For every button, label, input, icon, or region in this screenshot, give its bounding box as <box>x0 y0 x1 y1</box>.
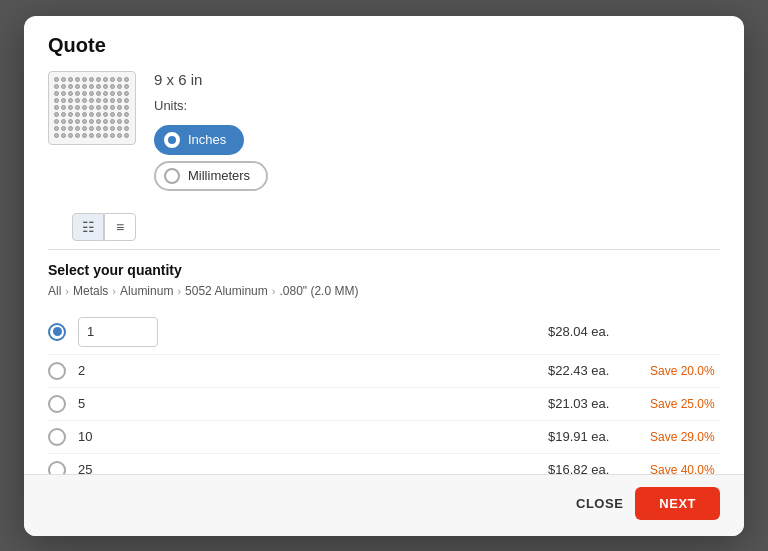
breadcrumb-sep-1: › <box>65 285 69 297</box>
breadcrumb: All › Metals › Aluminum › 5052 Aluminum … <box>48 284 720 298</box>
qty-number-2: 5 <box>78 396 118 411</box>
table-row: 5 $21.03 ea. Save 25.0% <box>48 388 720 421</box>
modal-header: Quote // Generate dots inline after body… <box>24 16 744 250</box>
qty-price-3: $19.91 ea. <box>548 429 638 444</box>
units-label: Units: <box>154 98 268 113</box>
mm-radio-circle <box>164 168 180 184</box>
product-info: // Generate dots inline after body loads… <box>48 71 720 191</box>
qty-price-1: $22.43 ea. <box>548 363 638 378</box>
qty-price-0: $28.04 ea. <box>548 324 638 339</box>
table-row: 10 $19.91 ea. Save 29.0% <box>48 421 720 454</box>
breadcrumb-thickness: .080" (2.0 MM) <box>279 284 358 298</box>
qty-price-4: $16.82 ea. <box>548 462 638 474</box>
qty-number-1: 2 <box>78 363 118 378</box>
modal-footer: CLOSE NEXT <box>24 474 744 536</box>
breadcrumb-5052: 5052 Aluminum <box>185 284 268 298</box>
quantity-section-title: Select your quantity <box>48 262 720 278</box>
breadcrumb-sep-3: › <box>177 285 181 297</box>
modal-title: Quote <box>48 34 720 57</box>
qty-radio-2[interactable] <box>48 395 66 413</box>
product-thumbnail: // Generate dots inline after body loads <box>48 71 136 145</box>
breadcrumb-metals: Metals <box>73 284 108 298</box>
breadcrumb-aluminum: Aluminum <box>120 284 173 298</box>
list-icon: ≡ <box>116 219 124 235</box>
quantity-input[interactable] <box>78 317 158 347</box>
dots-grid: // Generate dots inline after body loads <box>54 77 130 139</box>
inches-pill[interactable]: Inches <box>154 125 244 155</box>
close-button[interactable]: CLOSE <box>576 496 623 511</box>
table-row: $28.04 ea. <box>48 310 720 355</box>
table-row: 25 $16.82 ea. Save 40.0% <box>48 454 720 474</box>
grid-icon: ☷ <box>82 219 95 235</box>
table-row: 2 $22.43 ea. Save 20.0% <box>48 355 720 388</box>
inches-label: Inches <box>188 132 226 147</box>
unit-mm-option[interactable]: Millimeters <box>154 161 268 191</box>
product-details: 9 x 6 in Units: Inches Millimeters <box>154 71 268 191</box>
qty-number-4: 25 <box>78 462 118 474</box>
grid-view-button[interactable]: ☷ <box>72 213 104 241</box>
product-size: 9 x 6 in <box>154 71 268 88</box>
view-toggle-bar: ☷ ≡ <box>72 207 696 241</box>
breadcrumb-sep-2: › <box>112 285 116 297</box>
qty-save-4: Save 40.0% <box>650 463 720 474</box>
next-button[interactable]: NEXT <box>635 487 720 520</box>
mm-label: Millimeters <box>188 168 250 183</box>
quote-modal: Quote // Generate dots inline after body… <box>24 16 744 536</box>
qty-save-1: Save 20.0% <box>650 364 720 378</box>
mm-pill[interactable]: Millimeters <box>154 161 268 191</box>
unit-inches-option[interactable]: Inches <box>154 125 268 155</box>
qty-save-3: Save 29.0% <box>650 430 720 444</box>
inches-radio-circle <box>164 132 180 148</box>
qty-price-2: $21.03 ea. <box>548 396 638 411</box>
qty-radio-4[interactable] <box>48 461 66 474</box>
list-view-button[interactable]: ≡ <box>104 213 136 241</box>
qty-radio-3[interactable] <box>48 428 66 446</box>
qty-radio-1[interactable] <box>48 362 66 380</box>
qty-number-3: 10 <box>78 429 118 444</box>
modal-body: Select your quantity All › Metals › Alum… <box>24 250 744 474</box>
unit-radio-group: Inches Millimeters <box>154 125 268 191</box>
quantity-list: $28.04 ea. 2 $22.43 ea. Save 20.0% 5 $21… <box>48 310 720 474</box>
qty-save-2: Save 25.0% <box>650 397 720 411</box>
breadcrumb-sep-4: › <box>272 285 276 297</box>
qty-radio-0[interactable] <box>48 323 66 341</box>
breadcrumb-all: All <box>48 284 61 298</box>
